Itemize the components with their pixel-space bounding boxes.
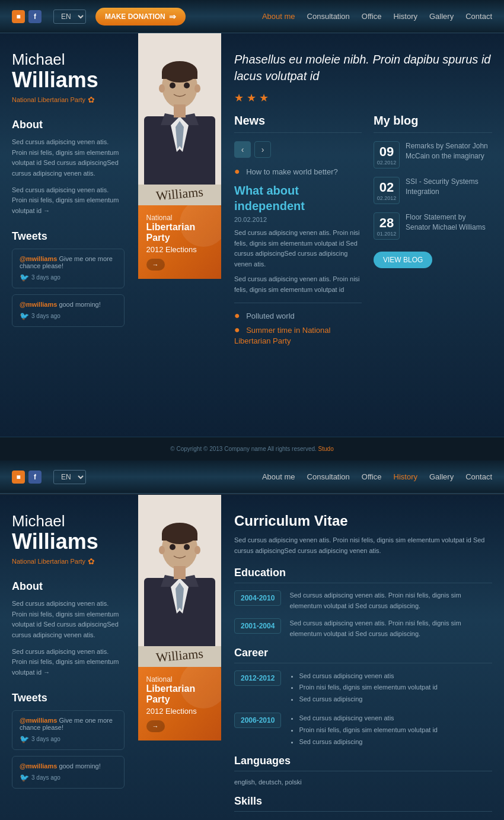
two-column-layout: News ‹ › ● How to make world better? Wha… (234, 114, 492, 346)
footer-1: © Copyright © 2013 Company name All righ… (0, 437, 504, 460)
bullet-icon-3: ● (234, 325, 240, 335)
blog-entry-3: 28 01.2012 Floor Statement by Senator Mi… (374, 212, 492, 240)
blog-month-3: 01.2012 (375, 231, 398, 237)
blog-day-3: 28 (375, 215, 398, 231)
donate-button[interactable]: MAKE DONATION ⇒ (95, 8, 186, 26)
nav-history[interactable]: History (394, 12, 417, 21)
education-title: Education (234, 567, 492, 583)
card-line1: National (146, 214, 213, 222)
blog-month-1: 02.2012 (375, 160, 398, 166)
profile-photo-2: Williams (138, 495, 221, 667)
tweet1-user[interactable]: @mwilliams (20, 255, 57, 262)
career-item-2-2: Proin nisi felis, dignis sim elementum v… (299, 724, 438, 736)
languages-text: english, deutsch, polski (234, 778, 492, 786)
view-blog-button[interactable]: VIEW BLOG (374, 252, 432, 268)
blog-title-1[interactable]: Remarks by Senator John McCain on the im… (406, 141, 492, 161)
nav-gallery[interactable]: Gallery (429, 12, 454, 21)
svg-rect-8 (162, 72, 197, 79)
footer-link[interactable]: Studo (318, 446, 334, 452)
blog-date-1: 09 02.2012 (374, 141, 400, 169)
news-headline: What about independent (234, 183, 362, 214)
social-icons: ■ f (12, 10, 42, 23)
card-button[interactable]: → (146, 259, 165, 271)
languages-title: Languages (234, 755, 492, 771)
news-date: 20.02.2012 (234, 216, 362, 223)
career-entry-1: 2012-2012 Sed cursus adipiscing venen at… (234, 670, 492, 705)
news-link-1[interactable]: How to make world better? (246, 167, 338, 176)
news-body-1: Sed cursus adipiscing venen atis. Proin … (234, 228, 362, 269)
tweet1-time-2: 3 days ago (31, 736, 60, 742)
news-next-button[interactable]: › (254, 141, 271, 158)
nav-consultation[interactable]: Consultation (307, 12, 350, 21)
svg-point-9 (170, 82, 176, 88)
svg-point-11 (159, 84, 165, 93)
about-text-2: Sed cursus adipiscing venen atis. Proin … (12, 185, 125, 217)
career-title: Career (234, 647, 492, 663)
card-btn-arrow: → (152, 261, 159, 268)
facebook-icon[interactable]: f (28, 10, 42, 23)
sidebar-1: Michael Williams National Libertarian Pa… (0, 33, 136, 437)
cv-content: Curriculum Vitae Sed cursus adipiscing v… (222, 495, 504, 820)
nav-office[interactable]: Office (362, 12, 382, 21)
news-body-2: Sed cursus adipiscing venen atis. Proin … (234, 274, 362, 295)
twitter-icon: 🐦 (20, 273, 29, 282)
first-name-2: Michael (12, 513, 125, 530)
nav2-contact[interactable]: Contact (465, 472, 492, 481)
blog-entry-2: 02 02.2012 SSI - Security Systems Integr… (374, 177, 492, 204)
news-link-3[interactable]: Summer time in National Libertarian Part… (234, 326, 330, 345)
blog-column: My blog 09 02.2012 Remarks by Senator Jo… (374, 114, 492, 346)
nav2-consultation[interactable]: Consultation (307, 472, 350, 481)
tweet1-time: 3 days ago (31, 274, 60, 281)
news-column: News ‹ › ● How to make world better? Wha… (234, 114, 362, 346)
tweet2-user-2[interactable]: @mwilliams (20, 762, 57, 770)
tweets-section-title: Tweets (12, 230, 125, 243)
career-item-1-2: Proin nisi felis, dignis sim elementum v… (299, 682, 438, 694)
twitter-icon-2: 🐦 (20, 312, 29, 320)
news-prev-button[interactable]: ‹ (234, 141, 251, 158)
divider (234, 303, 362, 303)
blog-title: My blog (374, 114, 492, 133)
svg-point-26 (184, 544, 190, 550)
svg-rect-29 (174, 566, 186, 579)
sidebar-2: Michael Williams National Libertarian Pa… (0, 495, 136, 820)
tweet-1: @mwilliams Give me one more chance pleas… (12, 249, 125, 288)
edu-text-2: Sed cursus adipiscing venen atis. Proin … (289, 618, 492, 639)
news-link-2[interactable]: Polluted world (246, 312, 295, 320)
news-item-3: ● Summer time in National Libertarian Pa… (234, 325, 362, 346)
tweet1-user-2[interactable]: @mwilliams (20, 717, 57, 724)
card-btn-arrow-2: → (152, 723, 159, 730)
profile-photo-1: Williams (138, 33, 221, 205)
social-icons-2: ■ f (12, 471, 42, 484)
nav-contact[interactable]: Contact (465, 12, 492, 21)
photo-column-1: Williams National Libertarian Party 2012… (136, 33, 222, 437)
tweet2-user[interactable]: @mwilliams (20, 301, 57, 308)
bullet-icon-2: ● (234, 310, 240, 320)
nav-about[interactable]: About me (262, 12, 295, 21)
bullet-icon: ● (234, 166, 240, 176)
facebook-icon-2[interactable]: f (28, 471, 42, 484)
blog-title-2[interactable]: SSI - Security Systems Integration (406, 177, 492, 197)
card-line1-2: National (146, 675, 213, 684)
donate-label: MAKE DONATION (105, 12, 165, 21)
blog-entry-1: 09 02.2012 Remarks by Senator John McCai… (374, 141, 492, 169)
orange-card-2: National Libertarian Party 2012 Election… (138, 667, 221, 740)
about-section-title-2: About (12, 580, 125, 593)
nav2-gallery[interactable]: Gallery (429, 472, 454, 481)
main-nav-2: About me Consultation Office History Gal… (262, 472, 492, 481)
nav2-about[interactable]: About me (262, 472, 295, 481)
rss-icon[interactable]: ■ (12, 10, 25, 23)
cv-title: Curriculum Vitae (234, 513, 492, 529)
nav2-office[interactable]: Office (362, 472, 382, 481)
language-select[interactable]: EN DE PL (53, 9, 86, 24)
language-select-2[interactable]: EN DE PL (53, 470, 86, 484)
rss-icon-2[interactable]: ■ (12, 471, 25, 484)
card-button-2[interactable]: → (146, 720, 165, 732)
blog-title-3[interactable]: Floor Statement by Senator Michael Willi… (406, 212, 492, 233)
edu-text-1: Sed cursus adipiscing venen atis. Proin … (289, 590, 492, 611)
skills-title: Skills (234, 795, 492, 812)
donate-arrows-icon: ⇒ (169, 12, 176, 21)
nav2-history[interactable]: History (394, 472, 417, 481)
blog-date-3: 28 01.2012 (374, 212, 400, 240)
about-text-2-2: Sed cursus adipiscing venen atis. Proin … (12, 647, 125, 678)
news-item-1: ● How to make world better? (234, 166, 362, 177)
